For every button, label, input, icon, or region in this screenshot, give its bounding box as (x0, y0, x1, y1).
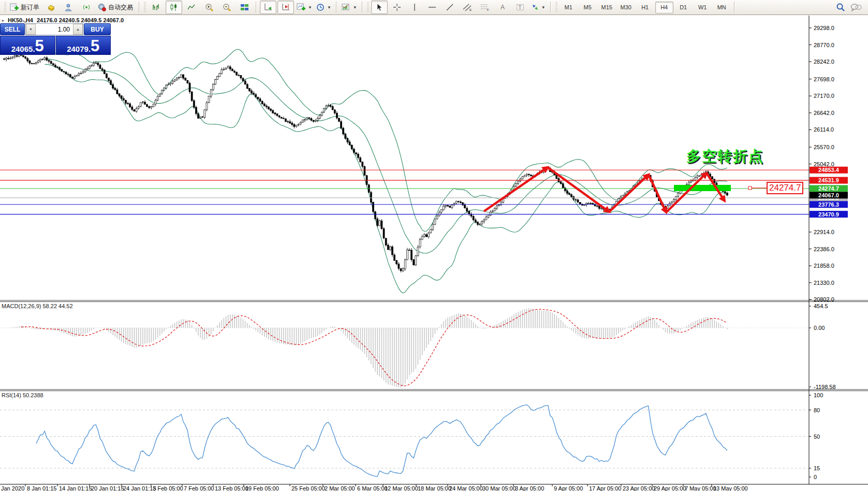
tab-timeframe-m15[interactable]: M15 (598, 2, 616, 13)
candle-body (159, 94, 160, 96)
price-tick-label: 22914.0 (814, 229, 834, 235)
new-chart-button[interactable]: ▼ (295, 1, 314, 14)
gold-icon (47, 3, 56, 11)
accounts-button[interactable] (61, 1, 77, 14)
sell-price-panel[interactable]: 24065. 5 (0, 36, 55, 55)
candle-body (172, 81, 173, 83)
profile-icon (64, 3, 73, 11)
buy-price-panel[interactable]: 24079. 5 (56, 36, 111, 55)
search-icon[interactable] (836, 3, 845, 12)
tab-timeframe-h4[interactable]: H4 (655, 2, 673, 13)
buy-button[interactable]: BUY (84, 23, 111, 35)
text-tool-button[interactable]: A (494, 1, 511, 14)
symbol-period-label: HK50-,H4 (8, 17, 33, 23)
bar-chart-button[interactable] (148, 1, 165, 14)
cursor-tool-button[interactable] (371, 1, 388, 14)
time-label: 2 Mar 05:00 (325, 485, 355, 491)
tab-timeframe-m1[interactable]: M1 (560, 2, 578, 13)
rsi-axis-label: 80 (814, 407, 820, 413)
fibonacci-tool-button[interactable]: F (477, 1, 493, 14)
candle-body (560, 182, 562, 184)
tab-timeframe-m5[interactable]: M5 (579, 2, 597, 13)
new-order-button[interactable]: 新订单 (8, 1, 42, 14)
tab-timeframe-m30[interactable]: M30 (617, 2, 635, 13)
shapes-tool-button[interactable]: ▼ (529, 1, 547, 14)
candle-body (323, 108, 325, 112)
candle-body (89, 66, 90, 69)
text-label-tool-button[interactable]: T (512, 1, 528, 14)
candle-body (31, 63, 33, 64)
toolbar-grip[interactable] (144, 2, 146, 12)
candlestick-chart-button[interactable] (166, 1, 182, 14)
indicators-button[interactable]: ▼ (340, 1, 359, 14)
tab-timeframe-w1[interactable]: W1 (694, 2, 712, 13)
autotrading-button[interactable]: 自动交易 (96, 1, 136, 14)
volume-decrease-button[interactable]: ▼ (26, 24, 36, 35)
candle-body (321, 112, 323, 115)
chart-shift-button[interactable] (277, 1, 294, 14)
candle-body (54, 65, 56, 67)
candle-body (332, 106, 333, 109)
tab-timeframe-h1[interactable]: H1 (636, 2, 654, 13)
candle-body (231, 69, 233, 71)
community-chat-icon[interactable] (850, 3, 862, 12)
candle-body (524, 176, 525, 177)
toolbar-grip[interactable] (555, 2, 557, 12)
price-tick-label: 22386.0 (814, 246, 834, 252)
horizontal-line-tool-button[interactable] (424, 1, 440, 14)
tile-windows-button[interactable] (236, 1, 253, 14)
candle-body (225, 68, 227, 69)
zoom-out-button[interactable] (218, 1, 235, 14)
chevron-down-icon: ▼ (353, 5, 357, 10)
line-chart-icon (187, 3, 196, 11)
candle-body (460, 202, 461, 203)
candle-body (402, 269, 404, 271)
rsi-axis-label: 0 (814, 474, 817, 480)
market-button[interactable] (43, 1, 60, 14)
candle-body (353, 149, 355, 153)
candle-body (198, 114, 199, 119)
zoom-in-button[interactable] (201, 1, 217, 14)
candle-body (712, 177, 713, 179)
candle-body (449, 206, 451, 208)
vertical-line-tool-button[interactable] (406, 1, 423, 14)
trend-arrow[interactable] (666, 173, 707, 212)
candle-body (387, 245, 389, 250)
signals-button[interactable] (78, 1, 95, 14)
candle-body (488, 215, 489, 218)
annotation-text[interactable]: 多空转折点 (686, 147, 764, 166)
level-tag: 24531.9 (818, 177, 839, 183)
candle-body (202, 117, 203, 118)
toolbar-grip[interactable] (4, 2, 6, 12)
candle-body (360, 158, 361, 162)
candle-body (423, 235, 425, 236)
candle-body (37, 61, 39, 63)
toolbar-grip[interactable] (367, 2, 369, 12)
channel-tool-button[interactable]: E (459, 1, 476, 14)
time-label: 8 Jan 01:15 (27, 485, 57, 491)
volume-input[interactable] (36, 24, 73, 35)
line-chart-button[interactable] (183, 1, 200, 14)
crosshair-tool-button[interactable] (389, 1, 405, 14)
tab-timeframe-mn[interactable]: MN (713, 2, 731, 13)
auto-scroll-button[interactable] (260, 1, 276, 14)
candle-body (516, 183, 517, 186)
periods-button[interactable]: ▼ (315, 1, 333, 14)
candle-body (400, 269, 402, 271)
candle-body (29, 61, 31, 63)
price-label[interactable]: 24274.7 (767, 182, 803, 194)
candle-body (63, 71, 65, 72)
tab-timeframe-d1[interactable]: D1 (674, 2, 693, 13)
candle-body (95, 63, 97, 63)
candle-body (166, 85, 167, 88)
volume-increase-button[interactable]: ▲ (73, 24, 83, 35)
ohlc-values: 24176.0 24240.5 24049.5 24067.0 (37, 17, 124, 23)
green-zone-rect[interactable] (674, 185, 731, 191)
trend-arrow[interactable] (548, 167, 609, 212)
trendline-tool-button[interactable] (442, 1, 458, 14)
candle-body (302, 120, 303, 122)
toolbar-separator (362, 2, 363, 13)
sell-button[interactable]: SELL (0, 23, 25, 35)
candle-body (477, 222, 478, 224)
clock-icon (316, 3, 325, 11)
